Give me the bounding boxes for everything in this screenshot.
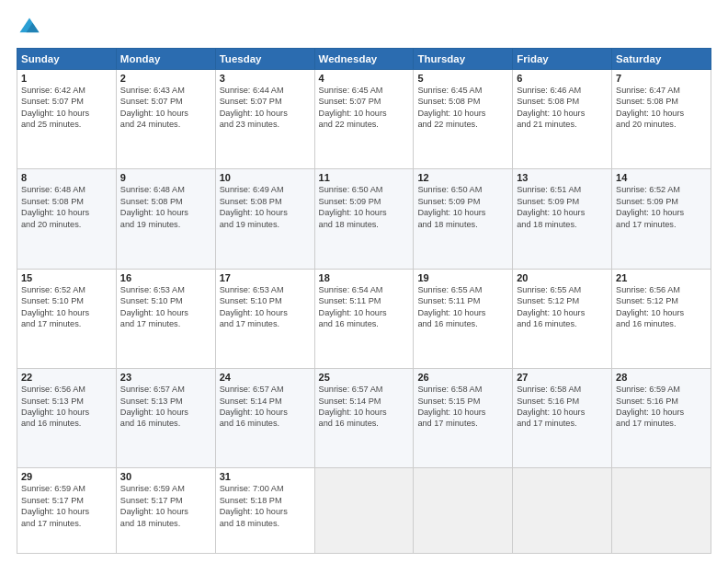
day-number: 28 (616, 372, 707, 383)
table-row: 14Sunrise: 6:52 AM Sunset: 5:09 PM Dayli… (612, 169, 711, 269)
table-row: 20Sunrise: 6:55 AM Sunset: 5:12 PM Dayli… (513, 269, 612, 368)
day-number: 4 (319, 73, 410, 84)
day-info: Sunrise: 6:52 AM Sunset: 5:10 PM Dayligh… (21, 285, 89, 328)
day-info: Sunrise: 6:57 AM Sunset: 5:14 PM Dayligh… (220, 385, 288, 428)
day-number: 15 (21, 272, 112, 283)
day-info: Sunrise: 6:47 AM Sunset: 5:08 PM Dayligh… (616, 86, 684, 129)
day-info: Sunrise: 6:58 AM Sunset: 5:16 PM Dayligh… (517, 385, 585, 428)
day-info: Sunrise: 6:55 AM Sunset: 5:11 PM Dayligh… (417, 285, 485, 328)
table-row: 31Sunrise: 7:00 AM Sunset: 5:18 PM Dayli… (215, 468, 314, 554)
day-info: Sunrise: 6:59 AM Sunset: 5:16 PM Dayligh… (616, 385, 684, 428)
day-info: Sunrise: 6:50 AM Sunset: 5:09 PM Dayligh… (417, 185, 485, 228)
day-info: Sunrise: 6:52 AM Sunset: 5:09 PM Dayligh… (616, 185, 684, 228)
calendar-week-5: 29Sunrise: 6:59 AM Sunset: 5:17 PM Dayli… (17, 468, 711, 554)
table-row: 5Sunrise: 6:45 AM Sunset: 5:08 PM Daylig… (414, 70, 513, 169)
day-info: Sunrise: 6:45 AM Sunset: 5:07 PM Dayligh… (319, 86, 387, 129)
day-info: Sunrise: 6:48 AM Sunset: 5:08 PM Dayligh… (21, 185, 89, 228)
day-info: Sunrise: 6:46 AM Sunset: 5:08 PM Dayligh… (517, 86, 585, 129)
header-cell-wednesday: Wednesday (314, 49, 414, 70)
day-number: 6 (517, 73, 608, 84)
day-number: 2 (120, 73, 211, 84)
table-row: 9Sunrise: 6:48 AM Sunset: 5:08 PM Daylig… (116, 169, 215, 269)
day-number: 10 (220, 172, 311, 183)
header-row: SundayMondayTuesdayWednesdayThursdayFrid… (17, 49, 711, 70)
header-cell-friday: Friday (513, 49, 612, 70)
day-number: 7 (616, 73, 707, 84)
table-row: 17Sunrise: 6:53 AM Sunset: 5:10 PM Dayli… (215, 269, 314, 368)
calendar-table: SundayMondayTuesdayWednesdayThursdayFrid… (17, 48, 711, 554)
calendar-header: SundayMondayTuesdayWednesdayThursdayFrid… (17, 49, 711, 70)
table-row: 21Sunrise: 6:56 AM Sunset: 5:12 PM Dayli… (612, 269, 711, 368)
day-info: Sunrise: 7:00 AM Sunset: 5:18 PM Dayligh… (220, 484, 288, 527)
day-number: 13 (517, 172, 608, 183)
table-row: 6Sunrise: 6:46 AM Sunset: 5:08 PM Daylig… (513, 70, 612, 169)
table-row: 18Sunrise: 6:54 AM Sunset: 5:11 PM Dayli… (314, 269, 414, 368)
day-info: Sunrise: 6:57 AM Sunset: 5:13 PM Dayligh… (120, 385, 188, 428)
day-number: 12 (417, 172, 508, 183)
table-row: 16Sunrise: 6:53 AM Sunset: 5:10 PM Dayli… (116, 269, 215, 368)
day-number: 24 (220, 372, 311, 383)
day-info: Sunrise: 6:56 AM Sunset: 5:13 PM Dayligh… (21, 385, 89, 428)
day-info: Sunrise: 6:48 AM Sunset: 5:08 PM Dayligh… (120, 185, 188, 228)
day-info: Sunrise: 6:42 AM Sunset: 5:07 PM Dayligh… (21, 86, 89, 129)
day-info: Sunrise: 6:59 AM Sunset: 5:17 PM Dayligh… (120, 484, 188, 527)
table-row: 24Sunrise: 6:57 AM Sunset: 5:14 PM Dayli… (215, 369, 314, 468)
day-number: 25 (319, 372, 410, 383)
day-info: Sunrise: 6:51 AM Sunset: 5:09 PM Dayligh… (517, 185, 585, 228)
calendar-week-3: 15Sunrise: 6:52 AM Sunset: 5:10 PM Dayli… (17, 269, 711, 368)
table-row (513, 468, 612, 554)
table-row: 2Sunrise: 6:43 AM Sunset: 5:07 PM Daylig… (116, 70, 215, 169)
day-number: 23 (120, 372, 211, 383)
day-number: 21 (616, 272, 707, 283)
day-info: Sunrise: 6:53 AM Sunset: 5:10 PM Dayligh… (120, 285, 188, 328)
day-number: 20 (517, 272, 608, 283)
calendar-week-4: 22Sunrise: 6:56 AM Sunset: 5:13 PM Dayli… (17, 369, 711, 468)
day-number: 8 (21, 172, 112, 183)
table-row: 3Sunrise: 6:44 AM Sunset: 5:07 PM Daylig… (215, 70, 314, 169)
day-number: 27 (517, 372, 608, 383)
day-number: 22 (21, 372, 112, 383)
header-cell-saturday: Saturday (612, 49, 711, 70)
day-number: 9 (120, 172, 211, 183)
day-number: 26 (417, 372, 508, 383)
day-info: Sunrise: 6:59 AM Sunset: 5:17 PM Dayligh… (21, 484, 89, 527)
logo (17, 15, 46, 40)
day-info: Sunrise: 6:44 AM Sunset: 5:07 PM Dayligh… (220, 86, 288, 129)
header-cell-monday: Monday (116, 49, 215, 70)
day-info: Sunrise: 6:49 AM Sunset: 5:08 PM Dayligh… (220, 185, 288, 228)
header-cell-thursday: Thursday (414, 49, 513, 70)
table-row: 27Sunrise: 6:58 AM Sunset: 5:16 PM Dayli… (513, 369, 612, 468)
table-row: 22Sunrise: 6:56 AM Sunset: 5:13 PM Dayli… (17, 369, 117, 468)
calendar-week-1: 1Sunrise: 6:42 AM Sunset: 5:07 PM Daylig… (17, 70, 711, 169)
table-row: 4Sunrise: 6:45 AM Sunset: 5:07 PM Daylig… (314, 70, 414, 169)
table-row: 1Sunrise: 6:42 AM Sunset: 5:07 PM Daylig… (17, 70, 117, 169)
day-number: 1 (21, 73, 112, 84)
day-info: Sunrise: 6:56 AM Sunset: 5:12 PM Dayligh… (616, 285, 684, 328)
day-number: 31 (220, 471, 311, 482)
day-number: 3 (220, 73, 311, 84)
day-info: Sunrise: 6:54 AM Sunset: 5:11 PM Dayligh… (319, 285, 387, 328)
day-number: 16 (120, 272, 211, 283)
page: SundayMondayTuesdayWednesdayThursdayFrid… (0, 0, 728, 563)
table-row: 15Sunrise: 6:52 AM Sunset: 5:10 PM Dayli… (17, 269, 117, 368)
table-row (414, 468, 513, 554)
table-row: 19Sunrise: 6:55 AM Sunset: 5:11 PM Dayli… (414, 269, 513, 368)
day-info: Sunrise: 6:53 AM Sunset: 5:10 PM Dayligh… (220, 285, 288, 328)
table-row: 8Sunrise: 6:48 AM Sunset: 5:08 PM Daylig… (17, 169, 117, 269)
day-info: Sunrise: 6:43 AM Sunset: 5:07 PM Dayligh… (120, 86, 188, 129)
day-number: 18 (319, 272, 410, 283)
table-row: 26Sunrise: 6:58 AM Sunset: 5:15 PM Dayli… (414, 369, 513, 468)
day-number: 19 (417, 272, 508, 283)
day-number: 30 (120, 471, 211, 482)
day-info: Sunrise: 6:58 AM Sunset: 5:15 PM Dayligh… (417, 385, 485, 428)
calendar-body: 1Sunrise: 6:42 AM Sunset: 5:07 PM Daylig… (17, 70, 711, 554)
table-row: 28Sunrise: 6:59 AM Sunset: 5:16 PM Dayli… (612, 369, 711, 468)
table-row: 23Sunrise: 6:57 AM Sunset: 5:13 PM Dayli… (116, 369, 215, 468)
day-number: 29 (21, 471, 112, 482)
table-row: 13Sunrise: 6:51 AM Sunset: 5:09 PM Dayli… (513, 169, 612, 269)
day-info: Sunrise: 6:50 AM Sunset: 5:09 PM Dayligh… (319, 185, 387, 228)
table-row: 12Sunrise: 6:50 AM Sunset: 5:09 PM Dayli… (414, 169, 513, 269)
table-row (612, 468, 711, 554)
day-number: 5 (417, 73, 508, 84)
day-info: Sunrise: 6:45 AM Sunset: 5:08 PM Dayligh… (417, 86, 485, 129)
